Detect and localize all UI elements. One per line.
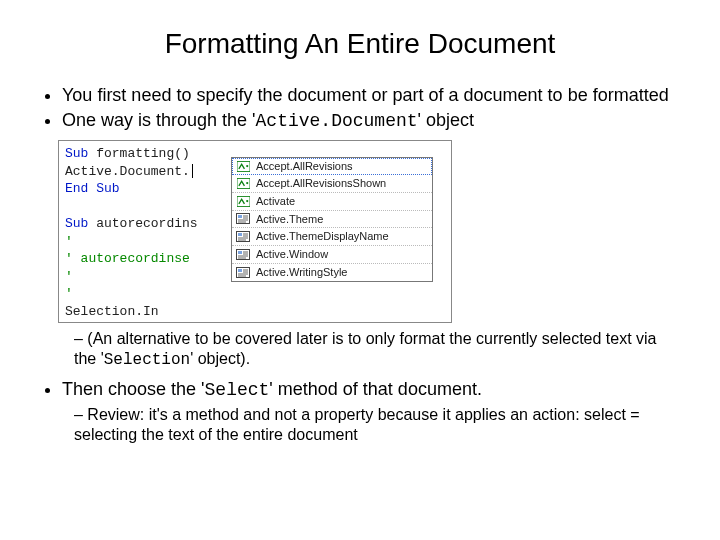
svg-rect-13	[238, 269, 242, 272]
code-editor[interactable]: Sub formatting() Active.Document. End Su…	[58, 140, 452, 323]
property-icon	[236, 267, 250, 278]
bullet-list: You first need to specify the document o…	[40, 84, 680, 132]
svg-point-3	[246, 182, 248, 184]
code-line-2: Active.Document.	[65, 164, 190, 179]
intellisense-popup[interactable]: Accept.AllRevisions Accept.AllRevisionsS…	[231, 157, 433, 282]
method-icon	[236, 178, 250, 189]
bullet-3-text-post: ' method of that document.	[269, 379, 482, 399]
sub-bullet-1: (An alternative to be covered later is t…	[74, 329, 680, 369]
property-icon	[236, 231, 250, 242]
intellisense-item[interactable]: Active.Theme	[232, 211, 432, 229]
svg-point-1	[246, 165, 248, 167]
intellisense-item[interactable]: Accept.AllRevisionsShown	[232, 175, 432, 193]
slide: Formatting An Entire Document You first …	[0, 0, 720, 472]
code-line-10: Selection.In	[65, 303, 445, 321]
intellisense-item[interactable]: Active.WritingStyle	[232, 264, 432, 281]
code-line-5: autorecordins	[88, 216, 197, 231]
bullet-list-2: Then choose the 'Select' method of that …	[40, 378, 680, 402]
code-kw-sub1: Sub	[65, 146, 88, 161]
intellisense-label: Active.ThemeDisplayName	[256, 229, 389, 244]
text-cursor	[192, 164, 193, 178]
intellisense-item[interactable]: Active.Window	[232, 246, 432, 264]
intellisense-label: Active.Window	[256, 247, 328, 262]
code-line-1: formatting()	[88, 146, 189, 161]
bullet-2-code: Active.Document	[256, 111, 418, 131]
intellisense-label: Active.Theme	[256, 212, 323, 227]
method-icon	[236, 161, 250, 172]
sub1-text-post: ' object).	[190, 350, 250, 367]
bullet-2: One way is through the 'Active.Document'…	[62, 109, 680, 133]
sub-bullet-2: Review: it's a method and not a property…	[74, 405, 680, 443]
bullet-2-text-post: ' object	[418, 110, 474, 130]
bullet-2-text-pre: One way is through the '	[62, 110, 256, 130]
code-line-9: '	[65, 285, 445, 303]
sub1-code: Selection	[104, 351, 190, 369]
svg-rect-11	[238, 251, 242, 254]
sub-bullet-list-2: Review: it's a method and not a property…	[40, 405, 680, 443]
svg-rect-7	[238, 215, 242, 218]
bullet-1: You first need to specify the document o…	[62, 84, 680, 107]
intellisense-item[interactable]: Activate	[232, 193, 432, 211]
intellisense-label: Accept.AllRevisions	[256, 159, 353, 174]
code-kw-endsub: End Sub	[65, 181, 120, 196]
intellisense-item[interactable]: Active.ThemeDisplayName	[232, 228, 432, 246]
property-icon	[236, 249, 250, 260]
svg-rect-9	[238, 233, 242, 236]
intellisense-item[interactable]: Accept.AllRevisions	[232, 158, 432, 175]
bullet-3-text-pre: Then choose the '	[62, 379, 205, 399]
property-icon	[236, 213, 250, 224]
intellisense-label: Accept.AllRevisionsShown	[256, 176, 386, 191]
svg-point-5	[246, 200, 248, 202]
code-kw-sub2: Sub	[65, 216, 88, 231]
intellisense-label: Active.WritingStyle	[256, 265, 348, 280]
slide-title: Formatting An Entire Document	[40, 28, 680, 60]
method-icon	[236, 196, 250, 207]
bullet-3: Then choose the 'Select' method of that …	[62, 378, 680, 402]
bullet-3-code: Select	[205, 380, 270, 400]
intellisense-label: Activate	[256, 194, 295, 209]
sub-bullet-list-1: (An alternative to be covered later is t…	[40, 329, 680, 369]
